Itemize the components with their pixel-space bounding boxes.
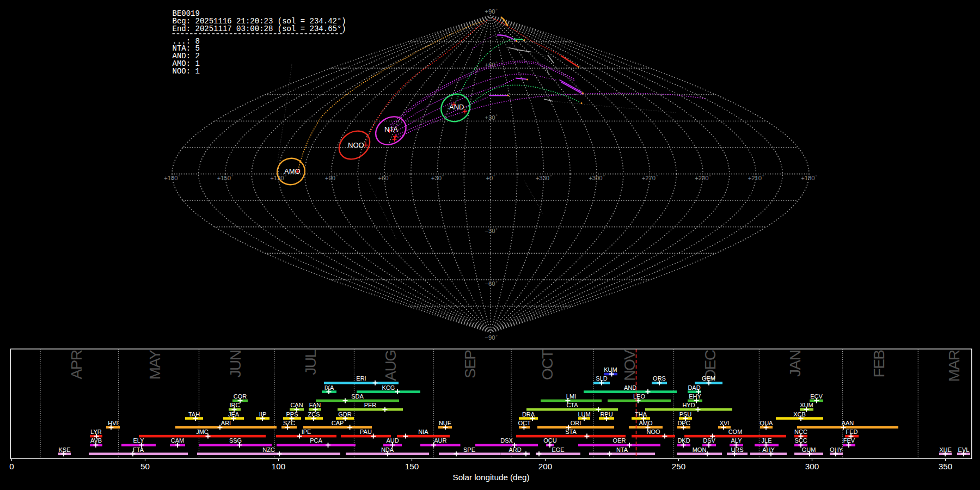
svg-text:NOO: NOO: [646, 428, 660, 435]
svg-text:DSV: DSV: [703, 437, 715, 444]
svg-text:OCT: OCT: [539, 350, 556, 380]
svg-text:250: 250: [672, 462, 685, 471]
svg-text:+180°: +180°: [801, 174, 817, 181]
svg-text:+240°: +240°: [695, 174, 711, 181]
svg-text:URS: URS: [731, 446, 743, 453]
svg-text:+210°: +210°: [748, 174, 764, 181]
svg-text:GUM: GUM: [802, 446, 816, 453]
svg-text:+180°: +180°: [164, 174, 180, 181]
svg-text:AMO: AMO: [284, 167, 301, 175]
svg-text:NTA: NTA: [616, 446, 628, 453]
svg-text:TAH: TAH: [188, 411, 200, 418]
svg-text:PCA: PCA: [310, 437, 322, 444]
svg-text:APR: APR: [68, 350, 85, 379]
svg-text:KSE: KSE: [58, 446, 70, 453]
svg-text:LEO: LEO: [633, 393, 645, 400]
svg-text:NOO: 1: NOO: 1: [173, 67, 200, 76]
svg-text:KCG: KCG: [382, 384, 395, 391]
svg-text:ARD: ARD: [509, 446, 521, 453]
svg-text:NDA: NDA: [381, 446, 394, 453]
svg-text:FEB: FEB: [871, 350, 887, 378]
svg-text:RPU: RPU: [600, 411, 612, 418]
svg-text:JEA: JEA: [228, 411, 240, 418]
svg-text:PER: PER: [364, 402, 377, 408]
svg-text:ORI: ORI: [571, 420, 581, 426]
svg-text:ECV: ECV: [810, 393, 823, 400]
svg-text:AMO: AMO: [639, 420, 653, 426]
svg-text:OHY: OHY: [830, 446, 843, 453]
svg-text:GEM: GEM: [702, 375, 715, 382]
svg-text:FED: FED: [846, 428, 858, 435]
svg-text:MAY: MAY: [146, 350, 163, 380]
svg-text:ORS: ORS: [653, 375, 666, 382]
svg-text:GDR: GDR: [338, 411, 352, 418]
svg-text:PAU: PAU: [360, 428, 372, 435]
svg-text:CAP: CAP: [332, 420, 344, 426]
svg-text:ALY: ALY: [731, 437, 743, 444]
svg-text:End: 20251117 03:00:28 (sol =: End: 20251117 03:00:28 (sol = 234.65°): [173, 24, 346, 33]
svg-text:50: 50: [140, 462, 150, 471]
svg-text:SSG: SSG: [229, 437, 242, 444]
svg-text:CTA: CTA: [566, 402, 578, 408]
svg-text:AND: AND: [624, 384, 636, 391]
svg-text:XUM: XUM: [800, 402, 813, 408]
svg-text:DKD: DKD: [677, 437, 690, 444]
svg-text:NOO: NOO: [348, 141, 364, 149]
svg-text:STA: STA: [565, 428, 577, 435]
svg-text:AND: AND: [449, 103, 464, 111]
svg-text:SZC: SZC: [283, 420, 295, 426]
svg-text:KUM: KUM: [604, 366, 617, 373]
svg-text:XHE: XHE: [939, 446, 952, 453]
svg-text:AVB: AVB: [90, 437, 102, 444]
svg-text:350: 350: [939, 462, 952, 471]
svg-text:SEP: SEP: [462, 350, 479, 378]
svg-text:COM: COM: [728, 428, 743, 435]
svg-text:HYD: HYD: [682, 402, 695, 408]
svg-text:+150°: +150°: [217, 174, 234, 181]
svg-text:THA: THA: [635, 411, 647, 418]
svg-text:PPS: PPS: [286, 411, 298, 418]
svg-text:LYR: LYR: [90, 428, 102, 435]
svg-text:150: 150: [405, 462, 419, 471]
svg-text:100: 100: [272, 462, 285, 471]
svg-text:IIP: IIP: [259, 411, 266, 418]
svg-text:+300°: +300°: [589, 174, 605, 181]
svg-text:JLE: JLE: [762, 437, 772, 444]
svg-text:CAM: CAM: [171, 437, 184, 444]
svg-text:EVL: EVL: [958, 446, 970, 453]
svg-text:IPE: IPE: [302, 428, 311, 435]
svg-text:AAN: AAN: [842, 420, 854, 426]
svg-text:0: 0: [9, 462, 14, 471]
svg-text:SLD: SLD: [596, 375, 607, 382]
svg-text:SDA: SDA: [351, 393, 364, 400]
svg-text:NUE: NUE: [439, 420, 451, 426]
svg-text:QUA: QUA: [760, 420, 774, 426]
svg-text:+270°: +270°: [642, 174, 658, 181]
svg-text:AUG: AUG: [382, 351, 399, 381]
svg-text:DPC: DPC: [677, 420, 690, 426]
svg-text:HVI: HVI: [108, 420, 118, 426]
svg-text:CAN: CAN: [290, 402, 303, 408]
svg-text:MON: MON: [693, 446, 707, 453]
svg-text:OCT: OCT: [518, 420, 531, 426]
svg-text:OER: OER: [613, 437, 626, 444]
svg-text:OCU: OCU: [543, 437, 557, 444]
svg-text:DRA: DRA: [522, 411, 535, 418]
svg-text:LMI: LMI: [566, 393, 576, 400]
svg-text:ELY: ELY: [133, 437, 145, 444]
svg-text:FAN: FAN: [309, 402, 321, 408]
svg-text:SCC: SCC: [794, 437, 807, 444]
svg-text:JUN: JUN: [227, 351, 244, 378]
svg-text:PSU: PSU: [679, 411, 692, 418]
svg-text:EHY: EHY: [689, 393, 701, 400]
svg-text:Solar longitude (deg): Solar longitude (deg): [453, 473, 530, 482]
svg-text:AUR: AUR: [434, 437, 446, 444]
svg-text:LUM: LUM: [578, 411, 590, 418]
svg-text:AHY: AHY: [762, 446, 775, 453]
svg-text:SPE: SPE: [463, 446, 475, 453]
svg-text:ARI: ARI: [221, 420, 231, 426]
svg-text:AUD: AUD: [386, 437, 399, 444]
svg-text:DSX: DSX: [500, 437, 513, 444]
svg-text:ZCS: ZCS: [308, 411, 320, 418]
svg-text:ERI: ERI: [356, 375, 366, 382]
